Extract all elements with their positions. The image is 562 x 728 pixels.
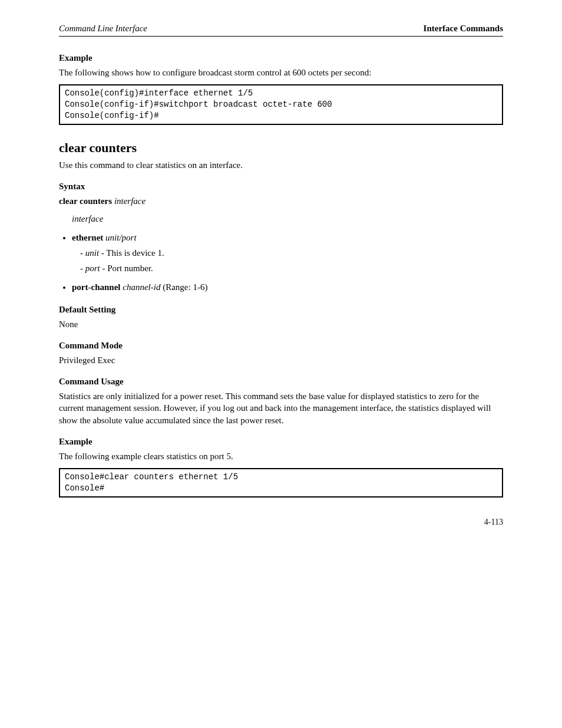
code-block-2: Console#clear counters ethernet 1/5 Cons… xyxy=(59,468,503,498)
default-text: None xyxy=(59,318,503,330)
bullet-port-channel-italic: channel-id xyxy=(123,282,160,292)
default-label: Default Setting xyxy=(59,305,503,315)
syntax-command: clear counters xyxy=(59,196,112,206)
header-right: Interface Commands xyxy=(424,24,503,34)
usage-text: Statistics are only initialized for a po… xyxy=(59,390,503,426)
example-label-1: Example xyxy=(59,53,503,63)
bullet-unit: - unit - This is device 1. xyxy=(80,246,503,260)
page-header: Command Line Interface Interface Command… xyxy=(59,24,503,37)
interface-intro: interface xyxy=(72,213,503,225)
bullet-ethernet-italic: unit/port xyxy=(105,233,137,242)
syntax-label: Syntax xyxy=(59,182,503,192)
page-number: 4-113 xyxy=(484,518,503,526)
bullet-port-channel: port-channel channel-id (Range: 1-6) xyxy=(72,281,503,294)
bullet-unit-rest: - This is device 1. xyxy=(99,248,164,258)
bullet-port-channel-rest: (Range: 1-6) xyxy=(163,282,207,292)
interface-intro-word: interface xyxy=(72,214,103,223)
bullet-port: - port - Port number. xyxy=(80,262,503,275)
command-title: clear counters xyxy=(59,140,503,156)
usage-label: Command Usage xyxy=(59,377,503,387)
example-text-2: The following example clears statistics … xyxy=(59,450,503,462)
bullet-port-italic: port xyxy=(85,263,100,273)
syntax-argument: interface xyxy=(114,196,146,206)
page: Command Line Interface Interface Command… xyxy=(0,0,562,562)
mode-label: Command Mode xyxy=(59,341,503,351)
syntax-line: clear counters interface xyxy=(59,195,503,207)
mode-text: Privileged Exec xyxy=(59,354,503,366)
bullet-ethernet: ethernet unit/port - unit - This is devi… xyxy=(72,231,503,275)
syntax-bullets: ethernet unit/port - unit - This is devi… xyxy=(59,231,503,294)
header-left: Command Line Interface xyxy=(59,24,147,34)
bullet-unit-italic: unit xyxy=(85,248,99,258)
page-footer: 4-113 xyxy=(59,518,503,527)
code-block-1: Console(config)#interface ethernet 1/5 C… xyxy=(59,84,503,125)
command-description: Use this command to clear statistics on … xyxy=(59,159,503,171)
example-text-1: The following shows how to configure bro… xyxy=(59,67,503,78)
example-label-2: Example xyxy=(59,437,503,447)
bullet-port-channel-bold: port-channel xyxy=(72,282,121,292)
bullet-port-rest: - Port number. xyxy=(100,263,153,273)
bullet-ethernet-bold: ethernet xyxy=(72,233,103,242)
